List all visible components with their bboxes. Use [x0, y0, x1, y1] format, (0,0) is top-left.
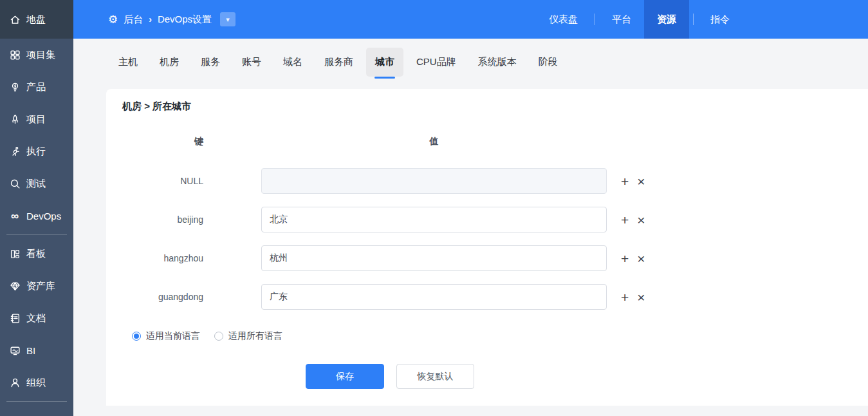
- runner-icon: [9, 146, 21, 157]
- row-actions: + ×: [621, 290, 645, 304]
- sidebar-item-execution[interactable]: 执行: [0, 135, 73, 167]
- row-value-input[interactable]: [261, 284, 607, 310]
- sidebar-item-label: 测试: [26, 178, 46, 190]
- radio-label: 适用所有语言: [228, 330, 282, 342]
- monitor-icon: [9, 345, 21, 356]
- rocket-icon: [9, 113, 21, 125]
- chevron-down-icon: ▾: [226, 15, 230, 23]
- sidebar-item-program[interactable]: 项目集: [0, 39, 73, 71]
- tab-host[interactable]: 主机: [109, 48, 147, 77]
- restore-defaults-button[interactable]: 恢复默认: [396, 364, 474, 389]
- key-column-header: 键: [122, 136, 203, 147]
- close-icon: ×: [637, 174, 645, 189]
- sidebar-item-label: 执行: [26, 146, 46, 158]
- sidebar-item-home[interactable]: 地盘: [0, 0, 73, 39]
- row-key-label: guangdong: [122, 292, 203, 302]
- sidebar-item-docs[interactable]: 文档: [0, 302, 73, 334]
- close-icon: ×: [637, 290, 645, 305]
- tab-city[interactable]: 城市: [366, 48, 403, 77]
- topnav-divider: [595, 14, 595, 25]
- plus-icon: +: [621, 251, 629, 266]
- page-title: 机房 > 所在城市: [122, 100, 868, 113]
- settings-card: 机房 > 所在城市 键 值 NULL + × bei: [106, 89, 868, 406]
- sidebar-item-test[interactable]: 测试: [0, 167, 73, 200]
- tab-account[interactable]: 账号: [233, 48, 270, 77]
- value-column-header: 值: [261, 136, 607, 147]
- top-header: ⚙ 后台 › DevOps设置 ▾ 仪表盘 平台 资源 指令: [73, 0, 868, 39]
- row-value-input[interactable]: [261, 207, 607, 232]
- tab-service[interactable]: 服务: [192, 48, 229, 77]
- sidebar-item-label: 项目: [26, 113, 46, 126]
- infinity-icon: ∞: [9, 210, 21, 222]
- gem-icon: [9, 280, 21, 292]
- kanban-icon: [9, 248, 21, 260]
- bulb-icon: [9, 81, 21, 93]
- sidebar-item-project[interactable]: 项目: [0, 103, 73, 135]
- sidebar-item-devops[interactable]: ∞ DevOps: [0, 200, 73, 232]
- row-key-label: beijing: [122, 214, 203, 225]
- sidebar-item-bi[interactable]: BI: [0, 334, 73, 366]
- save-button[interactable]: 保存: [306, 364, 384, 389]
- delete-row-button[interactable]: ×: [637, 290, 645, 304]
- row-actions: + ×: [621, 213, 645, 227]
- sidebar-item-label: 看板: [26, 248, 46, 260]
- topnav-item-dashboard[interactable]: 仪表盘: [536, 0, 591, 39]
- sidebar: 地盘 项目集 产品 项目 执行: [0, 0, 73, 416]
- plus-icon: +: [621, 290, 629, 305]
- delete-row-button[interactable]: ×: [637, 252, 645, 265]
- plus-icon: +: [621, 174, 629, 189]
- sidebar-item-label: 产品: [26, 81, 46, 93]
- plus-icon: +: [621, 213, 629, 227]
- sidebar-item-label: 地盘: [26, 14, 46, 26]
- table-row: beijing + ×: [122, 207, 868, 232]
- sidebar-item-label: DevOps: [26, 211, 61, 222]
- tab-serverroom[interactable]: 机房: [151, 48, 188, 77]
- row-actions: + ×: [621, 252, 645, 265]
- delete-row-button[interactable]: ×: [637, 175, 645, 188]
- tab-provider[interactable]: 服务商: [315, 48, 362, 77]
- row-value-input[interactable]: [261, 245, 607, 271]
- topnav-item-resources[interactable]: 资源: [644, 0, 689, 39]
- breadcrumb: ⚙ 后台 › DevOps设置 ▾: [73, 12, 235, 26]
- topnav-item-platform[interactable]: 平台: [599, 0, 644, 39]
- sidebar-item-label: 项目集: [26, 49, 55, 61]
- table-body: NULL + × beijing + ×: [122, 168, 868, 310]
- table-row: NULL + ×: [122, 168, 868, 194]
- breadcrumb-section[interactable]: 后台: [124, 14, 143, 26]
- table-row: hangzhou + ×: [122, 245, 868, 271]
- sidebar-item-kanban[interactable]: 看板: [0, 238, 73, 270]
- delete-row-button[interactable]: ×: [637, 213, 645, 227]
- action-buttons: 保存 恢复默认: [306, 364, 868, 389]
- sidebar-item-org[interactable]: 组织: [0, 366, 73, 399]
- tab-os-version[interactable]: 系统版本: [469, 48, 526, 77]
- radio-icon: [132, 332, 141, 341]
- tab-stage[interactable]: 阶段: [530, 48, 567, 77]
- add-row-button[interactable]: +: [621, 290, 629, 304]
- notebook-icon: [9, 312, 21, 324]
- add-row-button[interactable]: +: [621, 213, 629, 227]
- table-row: guangdong + ×: [122, 284, 868, 310]
- sidebar-item-product[interactable]: 产品: [0, 71, 73, 103]
- radio-all-languages[interactable]: 适用所有语言: [214, 330, 282, 342]
- gear-icon: ⚙: [108, 14, 118, 25]
- home-icon: [9, 14, 21, 25]
- tab-bar: 主机 机房 服务 账号 域名 服务商 城市 CPU品牌 系统版本 阶段: [73, 39, 868, 86]
- add-row-button[interactable]: +: [621, 175, 629, 188]
- breadcrumb-dropdown-button[interactable]: ▾: [220, 12, 235, 26]
- radio-current-language[interactable]: 适用当前语言: [132, 330, 200, 342]
- breadcrumb-separator-icon: ›: [149, 14, 152, 24]
- topnav-item-commands[interactable]: 指令: [697, 0, 743, 39]
- tab-domain[interactable]: 域名: [274, 48, 311, 77]
- table-header: 键 值: [122, 136, 868, 147]
- radio-icon: [214, 332, 223, 341]
- sidebar-item-assets[interactable]: 资产库: [0, 270, 73, 302]
- breadcrumb-page[interactable]: DevOps设置: [158, 14, 212, 26]
- tab-cpu-brand[interactable]: CPU品牌: [407, 48, 465, 77]
- row-value-input: [261, 168, 607, 194]
- language-scope-options: 适用当前语言 适用所有语言: [132, 330, 868, 342]
- add-row-button[interactable]: +: [621, 252, 629, 265]
- sidebar-item-label: 资产库: [26, 280, 55, 292]
- close-icon: ×: [637, 213, 645, 227]
- magnifier-icon: [9, 178, 21, 189]
- sidebar-item-label: 文档: [26, 312, 46, 325]
